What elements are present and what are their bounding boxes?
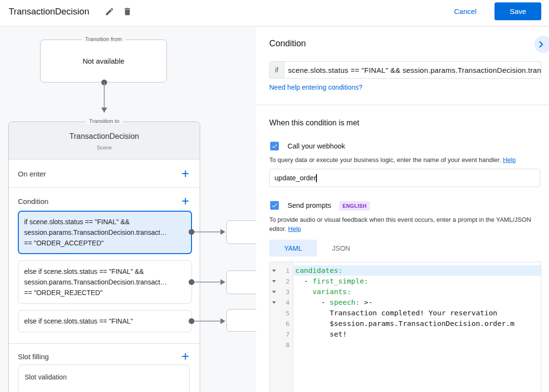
transition-target-1[interactable] xyxy=(226,220,256,244)
condition-item-3[interactable]: else if scene.slots.status == "FINAL" xyxy=(18,310,192,332)
page-title: TransactionDecision xyxy=(9,6,89,17)
code-line-5: Transaction completed! Your reservation xyxy=(294,308,541,318)
condition-1-line2: session.params.TransactionDecision.trans… xyxy=(24,227,186,238)
arrow-right-icon-2 xyxy=(220,279,225,285)
scene-card-header: TransactionDecision Scene xyxy=(9,122,200,160)
chevron-right-icon xyxy=(535,38,548,51)
condition-label: Condition xyxy=(18,197,48,205)
transition-target-2[interactable] xyxy=(226,270,256,294)
conditions-help-link[interactable]: Need help entering conditions? xyxy=(269,84,362,91)
webhook-help-link[interactable]: Help xyxy=(503,156,516,163)
condition-2-wire xyxy=(194,282,220,283)
line-number: 6 xyxy=(278,320,293,327)
webhook-label: Call your webhook xyxy=(288,142,345,150)
condition-2-line2: session.params.TransactionDecision.trans… xyxy=(24,277,186,287)
prompts-description: To provide audio or visual feedback when… xyxy=(269,216,531,233)
condition-2-line1: else if scene.slots.status == "FINAL" && xyxy=(24,266,186,277)
prompts-description-line2-text: editor. xyxy=(269,225,286,232)
code-line-7: set! xyxy=(294,329,541,339)
condition-1-wire xyxy=(194,231,220,232)
condition-expression-input[interactable]: scene.slots.status == "FINAL" && session… xyxy=(284,62,541,78)
slot-validation-item[interactable]: Slot validation xyxy=(18,365,190,392)
panel-divider xyxy=(256,105,549,105)
scene-title: TransactionDecision xyxy=(9,131,200,142)
fold-caret-icon[interactable] xyxy=(270,270,278,272)
collapse-panel-button[interactable] xyxy=(535,36,549,53)
arrow-right-icon-3 xyxy=(220,318,225,324)
line-number: 1 xyxy=(278,267,293,274)
fold-caret-icon[interactable] xyxy=(270,301,278,304)
line-number: 3 xyxy=(278,288,293,296)
webhook-checkbox[interactable] xyxy=(270,142,279,150)
condition-1-port xyxy=(189,229,194,235)
save-button[interactable]: Save xyxy=(494,2,541,20)
condition-3-port xyxy=(189,318,194,324)
transition-from-node[interactable]: Transition from Not available xyxy=(40,40,167,82)
prompts-description-line1: To provide audio or visual feedback when… xyxy=(269,216,531,225)
header-bar: TransactionDecision Cancel Save xyxy=(0,0,549,27)
condition-item-2[interactable]: else if scene.slots.status == "FINAL" &&… xyxy=(18,260,192,304)
condition-1-line3: == "ORDER_ACCEPTED" xyxy=(24,238,186,248)
fold-caret-icon[interactable] xyxy=(270,280,278,283)
slot-filling-row: Slot filling + xyxy=(9,344,200,365)
add-condition-button[interactable]: + xyxy=(181,196,189,206)
webhook-description: To query data or execute your business l… xyxy=(269,156,516,163)
check-icon xyxy=(271,202,278,209)
cancel-button[interactable]: Cancel xyxy=(454,7,477,15)
condition-section-row: Condition + xyxy=(9,188,200,211)
line-number: 4 xyxy=(278,299,293,306)
line-number: 7 xyxy=(278,331,293,338)
tab-json[interactable]: JSON xyxy=(317,240,365,257)
text-caret xyxy=(316,174,317,182)
transition-to-node[interactable]: Transition to TransactionDecision Scene … xyxy=(8,122,200,392)
line-number: 5 xyxy=(278,310,293,317)
on-enter-row[interactable]: On enter + xyxy=(9,160,200,188)
editor-code[interactable]: candidates: - first_simple: variants: - … xyxy=(294,265,541,350)
yaml-editor[interactable]: 1 2 3 4 5 6 7 8 candidates: - first_simp… xyxy=(269,262,541,392)
editor-tabs: YAML JSON xyxy=(269,240,365,257)
add-on-enter-button[interactable]: + xyxy=(181,169,189,178)
transition-from-label: Transition from xyxy=(82,36,125,42)
condition-item-1[interactable]: if scene.slots.status == "FINAL" && sess… xyxy=(18,211,192,254)
fold-caret-icon[interactable] xyxy=(270,291,278,293)
send-prompts-label: Send prompts xyxy=(288,202,331,210)
connector-line xyxy=(104,83,105,108)
arrow-down-icon xyxy=(101,108,107,113)
scene-subtitle: Scene xyxy=(9,144,200,151)
webhook-description-text: To query data or execute your business l… xyxy=(269,156,501,163)
condition-3-wire xyxy=(194,321,220,322)
condition-detail-panel: Condition if scene.slots.status == "FINA… xyxy=(256,27,549,392)
panel-heading: Condition xyxy=(269,39,306,48)
if-prefix: if xyxy=(270,62,284,78)
arrow-right-icon-1 xyxy=(220,229,225,235)
code-line-1: candidates: xyxy=(294,265,541,276)
send-prompts-checkbox[interactable] xyxy=(270,201,279,210)
code-line-8 xyxy=(294,339,541,350)
language-badge: ENGLISH xyxy=(339,201,370,211)
condition-expression-row: if scene.slots.status == "FINAL" && sess… xyxy=(269,61,541,79)
prompts-help-link[interactable]: Help xyxy=(288,225,301,232)
condition-2-port xyxy=(189,279,194,285)
transition-target-3[interactable] xyxy=(226,309,256,332)
transition-from-content: Not available xyxy=(82,57,124,65)
code-line-3: variants: xyxy=(294,286,541,297)
add-slot-button[interactable]: + xyxy=(181,351,189,361)
webhook-name-input[interactable]: update_order xyxy=(269,169,540,187)
slot-filling-section: Slot filling + Slot validation xyxy=(9,343,200,392)
when-condition-heading: When this condition is met xyxy=(269,119,359,127)
line-number: 8 xyxy=(278,341,293,349)
delete-icon[interactable] xyxy=(123,7,132,16)
code-line-4: - speech: >- xyxy=(294,297,541,308)
condition-2-line3: == "ORDER_REJECTED" xyxy=(24,287,186,298)
webhook-input-value: update_order xyxy=(274,174,316,182)
editor-gutter: 1 2 3 4 5 6 7 8 xyxy=(270,262,293,392)
on-enter-label: On enter xyxy=(18,170,46,178)
edit-icon[interactable] xyxy=(105,7,114,16)
transition-to-label: Transition to xyxy=(86,118,123,124)
prompts-description-line2: editor. Help xyxy=(269,225,531,234)
condition-3-line1: else if scene.slots.status == "FINAL" xyxy=(24,316,186,326)
slot-filling-label: Slot filling xyxy=(18,352,49,361)
check-icon xyxy=(271,143,278,149)
tab-yaml[interactable]: YAML xyxy=(269,240,317,257)
flow-canvas: Transition from Not available Transition… xyxy=(0,27,256,392)
